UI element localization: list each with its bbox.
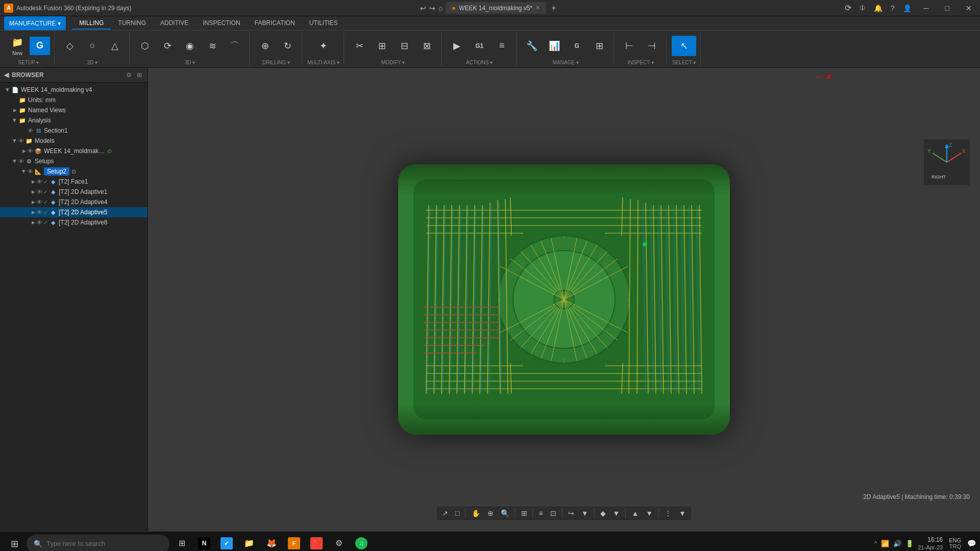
tree-item-units[interactable]: 📁 Units: mm [0, 95, 148, 105]
modify-btn-3[interactable]: ⊟ [394, 37, 414, 55]
notification-icon[interactable]: 💬 [967, 539, 976, 547]
vp-zoom-icon[interactable]: 🔍 [498, 508, 512, 519]
tree-arrow-adaptive1[interactable]: ▶ [30, 189, 37, 194]
vp-pan-icon[interactable]: ✋ [469, 508, 483, 519]
battery-icon[interactable]: 🔋 [905, 540, 914, 547]
2d-btn-3[interactable]: △ [105, 37, 125, 55]
search-bar[interactable]: 🔍 [27, 535, 169, 552]
eye-icon-adaptive1[interactable]: 👁 [37, 189, 42, 195]
vp-filter-chevron[interactable]: ▼ [643, 508, 655, 519]
redo-icon[interactable]: ↪ [429, 4, 435, 12]
tab-inspection[interactable]: INSPECTION [195, 17, 247, 30]
tree-item-setup2[interactable]: ▶ 👁 📐 Setup2 ⊙ [0, 166, 148, 177]
actions-simulate-btn[interactable]: ▶ [447, 37, 467, 55]
tree-item-root[interactable]: ▶ 📄 WEEK 14_moldmaking v4 [0, 85, 148, 95]
close-button[interactable]: ✕ [962, 3, 976, 13]
eye-icon-models[interactable]: 👁 [18, 138, 24, 144]
taskbar-app-firefox[interactable]: 🦊 [261, 534, 282, 552]
tree-arrow-face1[interactable]: ▶ [30, 179, 37, 184]
tree-arrow-setup2[interactable]: ▶ [21, 168, 27, 175]
vp-display-icon[interactable]: ⊞ [519, 508, 530, 519]
tree-item-namedviews[interactable]: ▶ 📁 Named Views [0, 105, 148, 115]
start-button[interactable]: ⊞ [4, 534, 24, 552]
manage-btn-2[interactable]: 📊 [544, 37, 565, 55]
actions-list-btn[interactable]: ≡ [492, 37, 512, 55]
network-icon[interactable]: 📶 [881, 540, 889, 547]
inspect-btn-2[interactable]: ⊣ [642, 37, 662, 55]
undo-icon[interactable]: ↩ [420, 4, 426, 12]
drilling-btn-2[interactable]: ↻ [277, 37, 298, 55]
tree-item-adaptive5[interactable]: ▶ 👁 ✓ ◆ [T2] 2D Adaptive5 [0, 207, 148, 217]
viewport-arrow-left-icon[interactable]: ← [815, 72, 823, 82]
tree-item-adaptive4[interactable]: ▶ 👁 ✓ ◆ [T2] 2D Adaptive4 [0, 197, 148, 207]
tree-item-face1[interactable]: ▶ 👁 ✓ ◆ [T2] Face1 [0, 177, 148, 187]
3d-btn-3[interactable]: ◉ [180, 37, 200, 55]
modify-btn-2[interactable]: ⊞ [372, 37, 392, 55]
chevron-icon[interactable]: ^ [874, 540, 877, 546]
select-btn[interactable]: ↖ [672, 36, 696, 56]
tree-arrow-models[interactable]: ▶ [12, 137, 17, 144]
3d-btn-5[interactable]: ⌒ [225, 37, 245, 55]
2d-btn-1[interactable]: ◇ [60, 37, 80, 55]
vp-more-chevron[interactable]: ▼ [676, 508, 689, 519]
minimize-button[interactable]: ─ [920, 3, 933, 13]
vp-cursor-icon[interactable]: ↗ [439, 508, 451, 519]
eye-icon-setups[interactable]: 👁 [18, 158, 24, 164]
tree-arrow-setups[interactable]: ▶ [12, 158, 17, 165]
taskbar-app-files[interactable]: 📁 [239, 534, 259, 552]
taskbar-app-spotify[interactable]: ♫ [351, 534, 372, 552]
tree-item-adaptive8[interactable]: ▶ 👁 ✓ ◆ [T2] 2D Adaptive8 [0, 217, 148, 228]
tab-milling[interactable]: MILLING [72, 17, 111, 30]
multiaxis-btn-1[interactable]: ✦ [313, 37, 334, 55]
vp-filter-icon[interactable]: ▲ [629, 508, 641, 519]
tab-close-icon[interactable]: ✕ [535, 5, 540, 11]
tree-item-adaptive1[interactable]: ▶ 👁 ✓ ◆ [T2] 2D Adaptive1 [0, 187, 148, 197]
3d-btn-2[interactable]: ⟳ [157, 37, 178, 55]
viewport[interactable]: ← ✕ [148, 68, 980, 531]
tab-additive[interactable]: ADDITIVE [153, 17, 195, 30]
viewport-close-icon[interactable]: ✕ [825, 72, 832, 82]
taskbar-app-fusion-alt[interactable]: 🔴 [306, 534, 327, 552]
tab-utilities[interactable]: UTILITIES [302, 17, 345, 30]
3d-btn-1[interactable]: ⬡ [135, 37, 155, 55]
eye-icon-model1[interactable]: 👁 [28, 148, 33, 154]
tree-item-section1[interactable]: 👁 ⊟ Section1 [0, 126, 148, 136]
manage-btn-4[interactable]: ⊞ [589, 37, 609, 55]
vp-rotate-chevron[interactable]: ▼ [579, 508, 591, 519]
vp-snap-icon[interactable]: ⊡ [548, 508, 559, 519]
eye-icon-section1[interactable]: 👁 [28, 128, 33, 134]
setup-g-button[interactable]: G [30, 37, 50, 55]
account-number-icon[interactable]: ① [860, 4, 866, 12]
tree-arrow-namedviews[interactable]: ▶ [11, 108, 18, 113]
system-clock[interactable]: 16:16 21-Apr-23 [918, 536, 943, 551]
eye-icon-setup2[interactable]: 👁 [28, 168, 33, 174]
2d-btn-2[interactable]: ○ [82, 37, 103, 55]
tree-arrow-analysis[interactable]: ▶ [12, 117, 17, 124]
maximize-button[interactable]: □ [941, 3, 953, 13]
eye-icon-adaptive4[interactable]: 👁 [37, 199, 42, 205]
vp-rotate-icon[interactable]: ↪ [566, 508, 577, 519]
vp-orbit-icon[interactable]: ⊕ [485, 508, 496, 519]
setup-new-button[interactable]: 📁 New [7, 33, 28, 58]
search-input[interactable] [46, 540, 149, 547]
drilling-btn-1[interactable]: ⊕ [255, 37, 275, 55]
tree-arrow-adaptive8[interactable]: ▶ [30, 220, 37, 225]
help-icon[interactable]: ? [891, 4, 895, 12]
tree-item-analysis[interactable]: ▶ 📁 Analysis [0, 115, 148, 126]
file-tab[interactable]: ● WEEK 14_moldmaking v5* ✕ [446, 2, 546, 14]
home-icon[interactable]: ⌂ [438, 4, 443, 12]
actions-g1-btn[interactable]: G1 [469, 37, 489, 55]
browser-collapse-icon[interactable]: ◀ [4, 71, 9, 79]
tree-arrow-root[interactable]: ▶ [5, 86, 10, 93]
eye-icon-face1[interactable]: 👁 [37, 179, 42, 185]
taskbar-app-notion[interactable]: N [194, 534, 214, 552]
inspect-btn-1[interactable]: ⊢ [619, 37, 640, 55]
tab-fabrication[interactable]: FABRICATION [248, 17, 302, 30]
taskbar-app-fusion[interactable]: F [284, 534, 304, 552]
3d-btn-4[interactable]: ≋ [202, 37, 223, 55]
eye-icon-adaptive8[interactable]: 👁 [37, 219, 42, 226]
manage-btn-3[interactable]: G [567, 37, 587, 55]
user-avatar[interactable]: 👤 [903, 4, 912, 12]
taskbar-app-taskview[interactable]: ⊞ [172, 534, 192, 552]
vp-material-icon[interactable]: ◆ [598, 508, 608, 519]
